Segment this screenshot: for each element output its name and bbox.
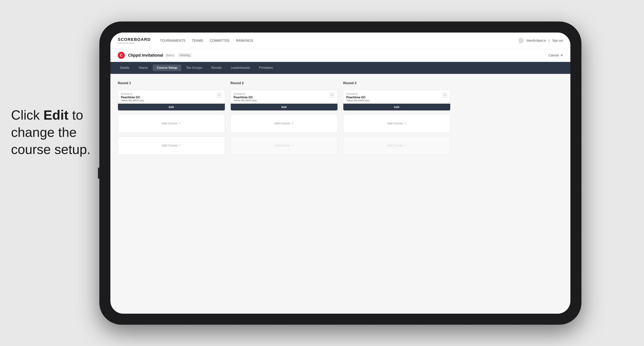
nav-separator: | — [549, 39, 550, 42]
logo-scoreboard: SCOREBOARD — [118, 37, 151, 42]
round-2-course-card: (Course A) Peachtree GC Yellow (M) (6629… — [230, 90, 338, 111]
round-1-course-header: (Course A) Peachtree GC Yellow (M) (6629… — [118, 90, 225, 104]
main-content: Round 1 (Course A) Peachtree GC Yellow (… — [110, 74, 570, 314]
round-2-edit-button[interactable]: Edit — [231, 104, 338, 110]
annotation-bold: Edit — [44, 108, 68, 122]
round-2-course-label: (Course A) — [234, 92, 330, 95]
round-1-title: Round 1 — [118, 81, 225, 85]
plus-icon-1: + — [179, 121, 181, 126]
tournament-name: Clippd Invitational — [128, 53, 163, 58]
top-nav: SCOREBOARD Powered by clippd TOURNAMENTS… — [110, 32, 570, 49]
plus-icon-2: + — [179, 143, 181, 148]
tab-printables[interactable]: Printables — [255, 64, 277, 71]
rounds-grid: Round 1 (Course A) Peachtree GC Yellow (… — [118, 81, 563, 155]
round-1-column: Round 1 (Course A) Peachtree GC Yellow (… — [118, 81, 225, 155]
logo-area: SCOREBOARD Powered by clippd — [118, 37, 151, 44]
round-3-delete-button[interactable]: × — [442, 92, 447, 98]
nav-tournaments[interactable]: TOURNAMENTS — [160, 38, 186, 43]
nav-committee[interactable]: COMMITTEE — [210, 38, 230, 43]
round-3-course-card: (Course A) Peachtree GC Yellow (M) (6629… — [343, 90, 450, 111]
tabs-bar: Details Teams Course Setup Tee Groups Re… — [110, 62, 570, 74]
tablet-screen: SCOREBOARD Powered by clippd TOURNAMENTS… — [110, 32, 570, 314]
tab-course-setup[interactable]: Course Setup — [153, 64, 181, 71]
nav-rankings[interactable]: RANKINGS — [236, 38, 253, 43]
tab-details[interactable]: Details — [116, 64, 134, 71]
round-1-course-card: (Course A) Peachtree GC Yellow (M) (6629… — [118, 90, 225, 111]
round-2-course-info: (Course A) Peachtree GC Yellow (M) (6629… — [234, 92, 330, 102]
round-2-title: Round 2 — [230, 81, 338, 85]
plus-icon-4: + — [292, 143, 294, 148]
user-area: blair@clippd.io | Sign out — [518, 38, 563, 43]
tab-leaderboards[interactable]: Leaderboards — [227, 64, 254, 71]
round-1-course-name: Peachtree GC — [121, 96, 217, 99]
plus-icon-6: + — [404, 143, 406, 148]
delete-icon: × — [218, 94, 220, 96]
round-2-column: Round 2 (Course A) Peachtree GC Yellow (… — [230, 81, 338, 155]
round-3-course-tee: Yellow (M) (6629 yds) — [346, 99, 442, 102]
round-2-add-course-text-1: Add Course + — [274, 121, 294, 126]
tab-teams[interactable]: Teams — [134, 64, 152, 71]
round-3-add-course-text-2: Add Course + — [387, 143, 406, 148]
round-2-course-header: (Course A) Peachtree GC Yellow (M) (6629… — [231, 90, 338, 104]
round-3-course-label: (Course A) — [346, 92, 442, 95]
round-2-add-course-text-2: Add Course + — [274, 143, 294, 148]
close-icon: ✕ — [560, 53, 563, 57]
round-3-course-info: (Course A) Peachtree GC Yellow (M) (6629… — [346, 92, 442, 102]
round-3-course-name: Peachtree GC — [346, 96, 442, 99]
round-2-course-tee: Yellow (M) (6629 yds) — [234, 99, 330, 102]
round-1-course-label: (Course A) — [121, 92, 217, 95]
round-1-add-course-2[interactable]: Add Course + — [118, 136, 225, 155]
user-avatar — [518, 38, 524, 43]
round-1-edit-button[interactable]: Edit — [118, 104, 225, 110]
round-1-delete-button[interactable]: × — [217, 92, 222, 98]
tournament-gender: (Men) — [166, 53, 174, 57]
round-2-course-name: Peachtree GC — [234, 96, 330, 99]
round-2-add-course-2: Add Course + — [230, 136, 338, 155]
tab-tee-groups[interactable]: Tee Groups — [182, 64, 206, 71]
nav-teams[interactable]: TEAMS — [192, 38, 203, 43]
plus-icon-3: + — [292, 121, 294, 126]
delete-icon-3: × — [444, 94, 445, 96]
clippd-logo: C — [118, 52, 125, 59]
delete-icon-2: × — [331, 94, 333, 96]
round-1-course-tee: Yellow (M) (6629 yds) — [121, 99, 217, 102]
logo-powered: Powered by clippd — [118, 42, 151, 44]
hosting-badge: Hosting — [178, 53, 192, 57]
round-2-add-course-1[interactable]: Add Course + — [230, 114, 338, 133]
round-1-add-course-1[interactable]: Add Course + — [118, 114, 225, 133]
nav-links: TOURNAMENTS TEAMS COMMITTEE RANKINGS — [160, 38, 518, 43]
round-3-add-course-1[interactable]: Add Course + — [343, 114, 450, 133]
round-3-edit-button[interactable]: Edit — [343, 104, 450, 110]
sub-header: C Clippd Invitational (Men) Hosting Canc… — [110, 49, 570, 62]
round-3-column: Round 3 (Course A) Peachtree GC Yellow (… — [343, 81, 450, 155]
round-3-course-header: (Course A) Peachtree GC Yellow (M) (6629… — [343, 90, 450, 104]
round-4-column-empty — [456, 81, 563, 155]
round-3-title: Round 3 — [343, 81, 450, 85]
cancel-button[interactable]: Cancel ✕ — [548, 53, 563, 57]
tab-results[interactable]: Results — [207, 64, 226, 71]
plus-icon-5: + — [404, 121, 406, 126]
round-1-add-course-text-2: Add Course + — [162, 143, 181, 148]
round-3-add-course-2: Add Course + — [343, 136, 450, 155]
round-1-add-course-text-1: Add Course + — [162, 121, 181, 126]
round-2-delete-button[interactable]: × — [329, 92, 334, 98]
cancel-label: Cancel — [548, 53, 559, 57]
sign-out-link[interactable]: Sign out — [552, 39, 563, 42]
round-1-course-info: (Course A) Peachtree GC Yellow (M) (6629… — [121, 92, 217, 102]
tablet-frame: SCOREBOARD Powered by clippd TOURNAMENTS… — [99, 21, 582, 325]
round-3-add-course-text-1: Add Course + — [387, 121, 406, 126]
user-email: blair@clippd.io — [526, 39, 546, 42]
side-notch — [98, 168, 99, 178]
